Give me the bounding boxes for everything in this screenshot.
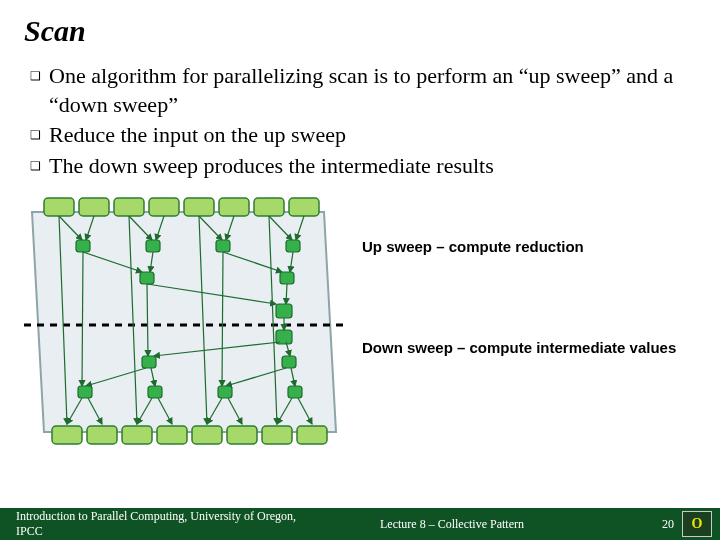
svg-rect-25 xyxy=(76,240,90,252)
svg-rect-26 xyxy=(146,240,160,252)
svg-rect-4 xyxy=(149,198,179,216)
diagram-area: Up sweep – compute reduction Down sweep … xyxy=(24,190,696,450)
svg-rect-6 xyxy=(219,198,249,216)
svg-rect-55 xyxy=(288,386,302,398)
bullet-item: ❑ The down sweep produces the intermedia… xyxy=(30,152,696,181)
slide: Scan ❑ One algorithm for parallelizing s… xyxy=(0,0,720,540)
bullet-icon: ❑ xyxy=(30,159,41,175)
svg-rect-14 xyxy=(227,426,257,444)
svg-rect-28 xyxy=(286,240,300,252)
svg-rect-13 xyxy=(192,426,222,444)
svg-rect-37 xyxy=(276,304,292,318)
svg-rect-45 xyxy=(282,356,296,368)
svg-rect-15 xyxy=(262,426,292,444)
bullet-text: One algorithm for parallelizing scan is … xyxy=(49,62,696,119)
bullet-text: Reduce the input on the up sweep xyxy=(49,121,696,150)
bullet-item: ❑ One algorithm for parallelizing scan i… xyxy=(30,62,696,119)
label-down-sweep: Down sweep – compute intermediate values xyxy=(362,339,696,356)
bullet-text: The down sweep produces the intermediate… xyxy=(49,152,696,181)
svg-rect-54 xyxy=(218,386,232,398)
bullet-icon: ❑ xyxy=(30,128,41,144)
footer-center: Lecture 8 – Collective Pattern xyxy=(320,517,662,532)
svg-rect-7 xyxy=(254,198,284,216)
slide-title: Scan xyxy=(24,14,696,48)
svg-rect-12 xyxy=(157,426,187,444)
svg-rect-9 xyxy=(52,426,82,444)
footer-left: Introduction to Parallel Computing, Univ… xyxy=(0,509,320,539)
svg-rect-10 xyxy=(87,426,117,444)
svg-rect-2 xyxy=(79,198,109,216)
svg-rect-53 xyxy=(148,386,162,398)
svg-rect-44 xyxy=(142,356,156,368)
footer-page: 20 xyxy=(662,517,682,532)
svg-rect-52 xyxy=(78,386,92,398)
bullet-icon: ❑ xyxy=(30,69,41,85)
svg-rect-16 xyxy=(297,426,327,444)
uo-logo-icon: O xyxy=(682,511,712,537)
svg-rect-5 xyxy=(184,198,214,216)
svg-rect-34 xyxy=(280,272,294,284)
svg-rect-3 xyxy=(114,198,144,216)
logo-letter: O xyxy=(692,516,703,532)
svg-rect-11 xyxy=(122,426,152,444)
svg-rect-27 xyxy=(216,240,230,252)
scan-diagram xyxy=(24,190,344,450)
svg-rect-8 xyxy=(289,198,319,216)
bullet-list: ❑ One algorithm for parallelizing scan i… xyxy=(30,62,696,180)
svg-rect-1 xyxy=(44,198,74,216)
svg-rect-33 xyxy=(140,272,154,284)
bullet-item: ❑ Reduce the input on the up sweep xyxy=(30,121,696,150)
diagram-labels: Up sweep – compute reduction Down sweep … xyxy=(344,190,696,356)
footer-bar: Introduction to Parallel Computing, Univ… xyxy=(0,508,720,540)
label-up-sweep: Up sweep – compute reduction xyxy=(362,238,696,255)
